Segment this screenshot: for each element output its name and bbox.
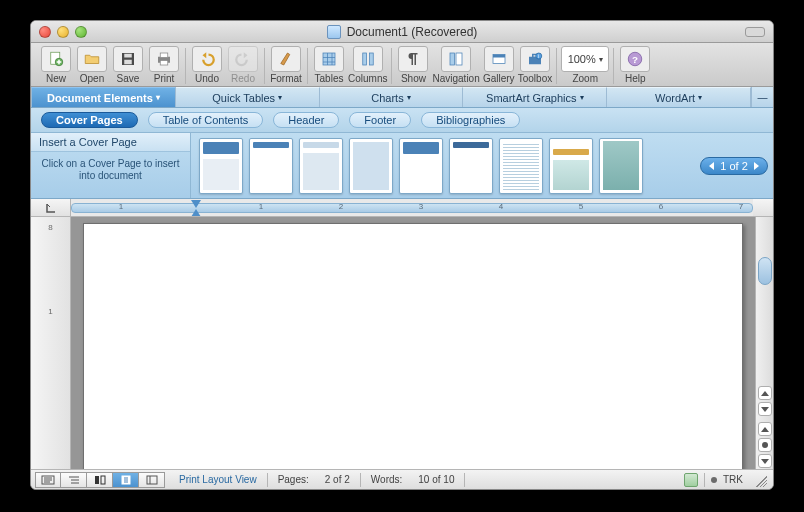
- gallery-icon: [490, 50, 508, 68]
- undo-button[interactable]: Undo: [190, 46, 224, 84]
- vertical-scrollbar[interactable]: [755, 217, 773, 469]
- redo-button[interactable]: Redo: [226, 46, 260, 84]
- tab-stop-selector[interactable]: [31, 199, 71, 216]
- vertical-ruler[interactable]: 8 1: [31, 217, 71, 469]
- cover-page-thumb[interactable]: [399, 138, 443, 194]
- elements-subnav: Cover Pages Table of Contents Header Foo…: [31, 108, 773, 133]
- prev-page-button[interactable]: [758, 422, 772, 436]
- document-page[interactable]: [83, 223, 743, 469]
- svg-rect-6: [160, 53, 168, 58]
- view-draft-button[interactable]: [35, 472, 61, 488]
- pill-footer[interactable]: Footer: [349, 112, 411, 128]
- browse-object-button[interactable]: [758, 438, 772, 452]
- status-words[interactable]: Words:10 of 10: [361, 474, 465, 485]
- toolbar: New Open Save Print Undo Redo Format Tab…: [31, 43, 773, 87]
- cover-page-thumb[interactable]: [199, 138, 243, 194]
- gallery-description: Click on a Cover Page to insert into doc…: [31, 152, 190, 188]
- svg-text:i: i: [538, 54, 539, 59]
- cover-page-thumb[interactable]: [249, 138, 293, 194]
- next-page-button[interactable]: [758, 454, 772, 468]
- tab-smartart-graphics[interactable]: SmartArt Graphics▾: [463, 87, 607, 107]
- zoom-combo[interactable]: 100%▾Zoom: [561, 46, 609, 84]
- svg-rect-11: [450, 53, 455, 65]
- toolbar-divider: [613, 48, 614, 84]
- table-icon: [320, 50, 338, 68]
- undo-icon: [198, 50, 216, 68]
- status-divider: [704, 473, 705, 487]
- svg-rect-25: [147, 476, 157, 484]
- window-resize-grip[interactable]: [753, 473, 767, 487]
- status-pages[interactable]: Pages:2 of 2: [268, 474, 360, 485]
- spell-check-status-icon[interactable]: [684, 473, 698, 487]
- view-print-layout-button[interactable]: [113, 472, 139, 488]
- svg-rect-10: [369, 53, 373, 65]
- scroll-thumb[interactable]: [758, 257, 772, 285]
- pager-label: 1 of 2: [720, 160, 748, 172]
- tab-document-elements[interactable]: Document Elements▾: [31, 87, 176, 107]
- pill-header[interactable]: Header: [273, 112, 339, 128]
- app-window: Document1 (Recovered) New Open Save Prin…: [30, 20, 774, 490]
- gallery-pager: 1 of 2: [700, 157, 768, 175]
- titlebar: Document1 (Recovered): [31, 21, 773, 43]
- columns-button[interactable]: Columns: [348, 46, 387, 84]
- cover-page-thumb[interactable]: [549, 138, 593, 194]
- toolbar-divider: [556, 48, 557, 84]
- status-bar: Print Layout View Pages:2 of 2 Words:10 …: [31, 469, 773, 489]
- cover-page-thumb[interactable]: [449, 138, 493, 194]
- tab-charts[interactable]: Charts▾: [320, 87, 464, 107]
- show-button[interactable]: Show: [396, 46, 430, 84]
- pill-cover-pages[interactable]: Cover Pages: [41, 112, 138, 128]
- toolbox-icon: i: [526, 50, 544, 68]
- view-publishing-button[interactable]: [87, 472, 113, 488]
- gallery-button[interactable]: Gallery: [482, 46, 516, 84]
- new-doc-icon: [47, 50, 65, 68]
- track-changes-indicator-icon[interactable]: [711, 477, 717, 483]
- redo-icon: [234, 50, 252, 68]
- pill-table-of-contents[interactable]: Table of Contents: [148, 112, 264, 128]
- pager-next-button[interactable]: [754, 162, 759, 170]
- svg-rect-9: [362, 53, 366, 65]
- chevron-down-icon: ▾: [599, 55, 603, 64]
- view-notebook-button[interactable]: [139, 472, 165, 488]
- pill-bibliographies[interactable]: Bibliographies: [421, 112, 520, 128]
- new-button[interactable]: New: [39, 46, 73, 84]
- print-button[interactable]: Print: [147, 46, 181, 84]
- svg-rect-8: [323, 53, 335, 65]
- ribbon-minimize-button[interactable]: —: [751, 87, 773, 107]
- format-button[interactable]: Format: [269, 46, 303, 84]
- toolbar-divider: [391, 48, 392, 84]
- chevron-down-icon: ▾: [698, 93, 702, 102]
- cover-page-thumb[interactable]: [499, 138, 543, 194]
- help-button[interactable]: ?Help: [618, 46, 652, 84]
- svg-rect-12: [456, 53, 462, 65]
- pager-prev-button[interactable]: [709, 162, 714, 170]
- svg-text:?: ?: [632, 54, 638, 65]
- printer-icon: [155, 50, 173, 68]
- chevron-down-icon: ▾: [156, 93, 160, 102]
- svg-rect-3: [124, 54, 132, 58]
- status-divider: [464, 473, 465, 487]
- tab-wordart[interactable]: WordArt▾: [607, 87, 751, 107]
- document-proxy-icon[interactable]: [327, 25, 341, 39]
- trk-label: TRK: [723, 474, 743, 485]
- scroll-down-button[interactable]: [758, 402, 772, 416]
- help-icon: ?: [626, 50, 644, 68]
- tables-button[interactable]: Tables: [312, 46, 346, 84]
- cover-page-thumb[interactable]: [349, 138, 393, 194]
- navigation-button[interactable]: Navigation: [432, 46, 479, 84]
- pilcrow-icon: [404, 50, 422, 68]
- svg-rect-23: [101, 476, 105, 484]
- tab-quick-tables[interactable]: Quick Tables▾: [176, 87, 320, 107]
- view-outline-button[interactable]: [61, 472, 87, 488]
- svg-rect-22: [95, 476, 99, 484]
- toolbox-button[interactable]: iToolbox: [518, 46, 552, 84]
- scroll-up-button[interactable]: [758, 386, 772, 400]
- save-button[interactable]: Save: [111, 46, 145, 84]
- svg-rect-7: [160, 61, 168, 66]
- horizontal-ruler[interactable]: 1 1 2 3 4 5 6 7: [31, 199, 773, 217]
- navigation-icon: [447, 50, 465, 68]
- cover-page-thumb[interactable]: [299, 138, 343, 194]
- open-button[interactable]: Open: [75, 46, 109, 84]
- cover-page-thumb[interactable]: [599, 138, 643, 194]
- paintbrush-icon: [277, 50, 295, 68]
